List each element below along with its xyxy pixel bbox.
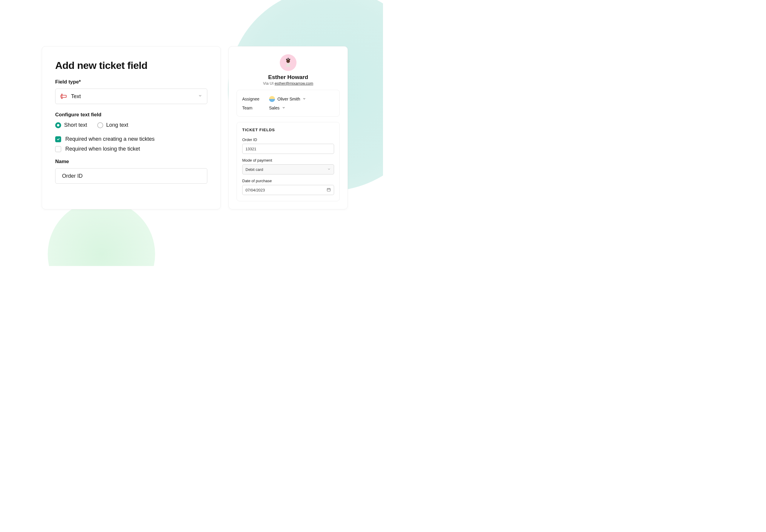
order-id-value: 13321: [245, 147, 256, 151]
radio-unchecked-icon: [97, 122, 103, 128]
chevron-down-icon: [282, 106, 285, 110]
payment-mode-select[interactable]: Debit card: [242, 164, 334, 174]
svg-rect-9: [327, 188, 331, 191]
name-input[interactable]: Order ID: [55, 168, 207, 184]
assignee-select[interactable]: Oliver Smith: [269, 96, 306, 102]
checkbox-required-close-label: Required when losing the ticket: [65, 146, 140, 152]
ticket-sidebar-card: Esther Howard Via UI esther@mixarrow.com…: [228, 46, 348, 209]
radio-short-label: Short text: [64, 122, 87, 128]
assignee-value: Oliver Smith: [277, 97, 300, 101]
profile-section: Esther Howard Via UI esther@mixarrow.com: [237, 54, 340, 86]
chevron-down-icon: [198, 94, 202, 99]
order-id-input[interactable]: 13321: [242, 144, 334, 154]
radio-checked-icon: [55, 122, 61, 128]
assignee-avatar: [269, 96, 275, 102]
radio-long-label: Long text: [106, 122, 128, 128]
configure-label: Configure text field: [55, 112, 207, 118]
radio-short-text[interactable]: Short text: [55, 122, 87, 128]
profile-name: Esther Howard: [237, 74, 340, 81]
text-field-icon: [60, 93, 67, 100]
via-label: Via UI: [263, 81, 275, 86]
chevron-down-icon: [302, 97, 306, 101]
field-type-label: Field type*: [55, 79, 207, 85]
assignee-label: Assignee: [242, 97, 266, 101]
payment-mode-value: Debit card: [245, 167, 263, 172]
purchase-date-input[interactable]: 07/04/2023: [242, 185, 334, 195]
checkbox-required-close[interactable]: [55, 146, 61, 152]
purchase-date-label: Date of purchase: [242, 179, 334, 183]
add-field-card: Add new ticket field Field type* Text Co…: [42, 46, 221, 209]
chevron-down-icon: [327, 167, 331, 172]
calendar-icon: [327, 188, 331, 193]
svg-point-6: [286, 59, 287, 60]
name-label: Name: [55, 159, 207, 165]
svg-point-7: [289, 59, 290, 60]
svg-rect-3: [61, 95, 66, 97]
decorative-circle-green: [48, 200, 155, 266]
team-value: Sales: [269, 106, 279, 110]
card-title: Add new ticket field: [55, 60, 207, 71]
team-label: Team: [242, 106, 266, 110]
avatar: [280, 54, 296, 71]
checkbox-required-create-label: Required when creating a new ticktes: [65, 136, 155, 142]
field-type-value: Text: [71, 93, 81, 100]
ticket-fields-box: TICKET FIELDS Order ID 13321 Mode of pay…: [237, 122, 340, 201]
checkbox-required-create[interactable]: [55, 136, 61, 142]
payment-mode-label: Mode of payment: [242, 158, 334, 163]
purchase-date-value: 07/04/2023: [245, 188, 265, 192]
name-input-value: Order ID: [62, 173, 83, 179]
field-type-select[interactable]: Text: [55, 89, 207, 104]
profile-subtitle: Via UI esther@mixarrow.com: [237, 81, 340, 86]
assignment-box: Assignee Oliver Smith Team Sales: [237, 90, 340, 117]
order-id-label: Order ID: [242, 137, 334, 142]
radio-long-text[interactable]: Long text: [97, 122, 128, 128]
team-select[interactable]: Sales: [269, 106, 285, 110]
ticket-fields-heading: TICKET FIELDS: [242, 128, 334, 132]
profile-email[interactable]: esther@mixarrow.com: [275, 81, 313, 86]
svg-point-8: [288, 58, 289, 59]
